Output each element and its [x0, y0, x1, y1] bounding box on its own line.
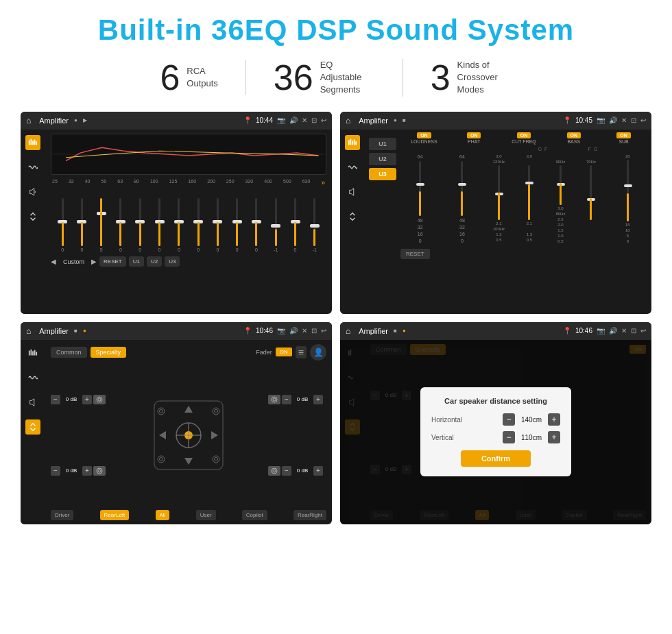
speaker-right-controls: − 0 dB + − 0 dB +	[268, 364, 326, 507]
minimize-icon[interactable]: ⊡	[311, 117, 317, 124]
back-icon-3[interactable]: ↩	[321, 327, 326, 334]
db-plus-1[interactable]: +	[82, 466, 92, 476]
back-icon-2[interactable]: ↩	[640, 117, 646, 124]
eq-labels: 2532405063 80100125160200 25032040050063…	[51, 179, 326, 186]
eq-custom-btn[interactable]: Custom	[59, 256, 88, 267]
minimize-icon-3[interactable]: ⊡	[311, 327, 317, 334]
stat-crossover: 3 Kinds of Crossover Modes	[403, 59, 540, 97]
svg-marker-21	[184, 406, 193, 413]
db-minus-0[interactable]: −	[51, 395, 60, 404]
user-btn[interactable]: User	[196, 510, 216, 520]
copilot-btn[interactable]: Copilot	[242, 510, 267, 520]
wave-sidebar-icon-2[interactable]	[345, 160, 360, 175]
volume-icon-3: 🔊	[289, 327, 298, 334]
confirm-button[interactable]: Confirm	[461, 450, 531, 467]
page-container: Built-in 36EQ DSP Sound System 6 RCA Out…	[0, 0, 672, 634]
eq-sliders: 0 0 5 0	[51, 191, 326, 252]
specialty-tab[interactable]: Specialty	[91, 347, 127, 358]
eq-u2-btn[interactable]: U2	[147, 256, 162, 267]
db-minus-3[interactable]: −	[282, 466, 291, 476]
eq-reset-btn[interactable]: RESET	[99, 256, 126, 267]
db-row-2: − 0 dB +	[268, 395, 326, 404]
db-minus-2[interactable]: −	[282, 395, 291, 404]
horizontal-minus-btn[interactable]: −	[503, 413, 515, 426]
db-plus-3[interactable]: +	[313, 466, 323, 476]
back-icon[interactable]: ↩	[321, 117, 326, 124]
eq-u3-btn[interactable]: U3	[165, 256, 180, 267]
close-icon-2[interactable]: ✕	[621, 117, 627, 124]
minimize-icon-2[interactable]: ⊡	[631, 117, 636, 124]
speaker-sidebar-icon-3[interactable]	[25, 395, 40, 410]
close-icon-4[interactable]: ✕	[621, 327, 627, 334]
db-plus-0[interactable]: +	[82, 395, 92, 404]
back-icon-4[interactable]: ↩	[640, 327, 646, 334]
arrows-sidebar-icon-2[interactable]	[345, 209, 360, 224]
loudness-label: LOUDNESS	[411, 139, 437, 144]
loudness-on[interactable]: ON	[417, 132, 431, 138]
sub-on[interactable]: ON	[616, 132, 631, 138]
driver-btn[interactable]: Driver	[51, 510, 73, 520]
svg-point-35	[213, 456, 219, 463]
eq-prev-btn[interactable]: ◀	[51, 258, 56, 265]
crossover-reset-btn[interactable]: RESET	[400, 249, 430, 259]
camera-icon-4: 📷	[597, 327, 605, 334]
volume-icon-2: 🔊	[609, 117, 617, 124]
topbar-icons-crossover: 📍 10:45 📷 🔊 ✕ ⊡ ↩	[563, 117, 646, 124]
minimize-icon-4[interactable]: ⊡	[631, 327, 636, 334]
svg-point-17	[98, 398, 101, 401]
stat-number-eq: 36	[274, 60, 313, 95]
close-icon-3[interactable]: ✕	[302, 327, 307, 334]
wave-sidebar-icon[interactable]	[25, 160, 40, 175]
phat-on[interactable]: ON	[467, 132, 481, 138]
svg-marker-23	[159, 431, 166, 439]
eq-sidebar-icon-3[interactable]	[25, 345, 40, 361]
eq-slider-3: 0	[112, 198, 130, 252]
bass-on[interactable]: ON	[567, 132, 581, 138]
horizontal-plus-btn[interactable]: +	[548, 413, 560, 426]
screen-eq: ⌂ Amplifier ● ▶ 📍 10:44 📷 🔊 ✕ ⊡ ↩	[21, 112, 332, 314]
more-icon[interactable]: »	[321, 179, 325, 186]
speaker-small-icon-0	[93, 395, 106, 404]
screen-inner-speaker: Common Specialty Fader ON ≡ 👤 − 0	[21, 340, 332, 524]
rearleft-btn[interactable]: RearLeft	[100, 510, 130, 520]
svg-point-40	[273, 470, 276, 472]
horizontal-control: − 140cm +	[503, 413, 560, 426]
eq-next-btn[interactable]: ▶	[91, 258, 97, 265]
home-icon-2[interactable]: ⌂	[346, 116, 350, 125]
home-icon-4[interactable]: ⌂	[346, 326, 350, 336]
cutfreq-on[interactable]: ON	[517, 132, 531, 138]
dialog-vertical-row: Vertical − 110cm +	[431, 431, 560, 443]
common-tab[interactable]: Common	[51, 347, 87, 358]
wave-sidebar-icon-3[interactable]	[25, 370, 40, 385]
fader-toggle-icon[interactable]: ≡	[296, 346, 307, 358]
svg-rect-4	[36, 141, 37, 145]
speaker-sidebar-icon[interactable]	[25, 184, 40, 199]
u2-btn[interactable]: U2	[369, 153, 396, 165]
arrows-sidebar-icon-3[interactable]	[25, 419, 40, 435]
eq-u1-btn[interactable]: U1	[129, 256, 144, 267]
eq-slider-11: -1	[267, 198, 285, 252]
svg-point-19	[98, 470, 101, 472]
speaker-bottom-buttons: Driver RearLeft All User Copilot RearRig…	[51, 510, 326, 520]
eq-sidebar-icon[interactable]	[25, 135, 40, 150]
db-plus-2[interactable]: +	[313, 395, 323, 404]
vertical-plus-btn[interactable]: +	[548, 431, 560, 443]
all-btn[interactable]: All	[156, 510, 170, 520]
rearright-btn[interactable]: RearRight	[293, 510, 326, 520]
u1-btn[interactable]: U1	[369, 138, 396, 150]
eq-slider-12: 0	[286, 198, 304, 252]
speaker-sidebar-icon-2[interactable]	[345, 184, 360, 199]
person-icon[interactable]: 👤	[310, 344, 326, 361]
dot-icon-3: ■	[74, 328, 77, 334]
home-icon[interactable]: ⌂	[26, 116, 31, 125]
close-icon[interactable]: ✕	[302, 117, 307, 124]
eq-sidebar-icon-2[interactable]	[345, 135, 360, 150]
svg-point-29	[158, 408, 165, 415]
svg-point-39	[272, 468, 277, 474]
vertical-minus-btn[interactable]: −	[503, 431, 515, 443]
fader-label: Fader	[256, 349, 272, 356]
home-icon-3[interactable]: ⌂	[26, 326, 31, 336]
db-minus-1[interactable]: −	[51, 466, 60, 476]
u3-btn[interactable]: U3	[369, 168, 396, 180]
arrows-sidebar-icon[interactable]	[25, 209, 40, 224]
